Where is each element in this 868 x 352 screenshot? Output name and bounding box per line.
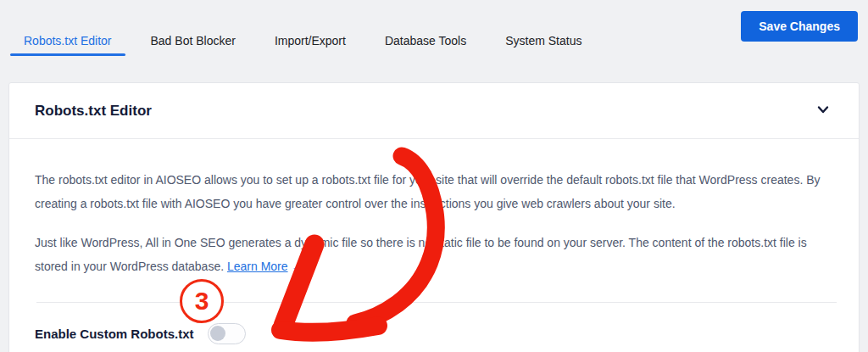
tab-bad-bot-blocker[interactable]: Bad Bot Blocker: [137, 25, 249, 56]
chevron-down-icon: [816, 103, 830, 119]
step-3-circle-annotation: 3: [180, 279, 224, 323]
section-divider: [36, 302, 837, 303]
description-paragraph-2: Just like WordPress, All in One SEO gene…: [35, 231, 826, 278]
toggle-knob: [210, 326, 225, 341]
settings-tab-bar: Robots.txt Editor Bad Bot Blocker Import…: [10, 25, 595, 56]
card-title: Robots.txt Editor: [35, 103, 152, 120]
card-body: The robots.txt editor in AIOSEO allows y…: [9, 139, 859, 344]
enable-custom-robots-label: Enable Custom Robots.txt: [35, 327, 194, 341]
right-arrow-icon: →: [288, 254, 303, 278]
robots-txt-editor-card: Robots.txt Editor The robots.txt editor …: [8, 82, 860, 352]
card-header: Robots.txt Editor: [9, 83, 859, 139]
learn-more-link-label: Learn More: [227, 260, 288, 273]
description-paragraph-2-text: Just like WordPress, All in One SEO gene…: [35, 236, 807, 273]
collapse-card-button[interactable]: [813, 99, 833, 122]
tab-import-export[interactable]: Import/Export: [261, 25, 359, 56]
enable-custom-robots-row: Enable Custom Robots.txt: [35, 323, 826, 344]
enable-custom-robots-toggle[interactable]: [208, 323, 246, 344]
tab-system-status[interactable]: System Status: [492, 25, 595, 56]
save-changes-button[interactable]: Save Changes: [741, 11, 858, 42]
tab-robots-txt-editor[interactable]: Robots.txt Editor: [10, 25, 125, 56]
tab-database-tools[interactable]: Database Tools: [371, 25, 480, 56]
learn-more-link[interactable]: Learn More→: [227, 260, 303, 273]
description-paragraph-1: The robots.txt editor in AIOSEO allows y…: [35, 168, 826, 215]
